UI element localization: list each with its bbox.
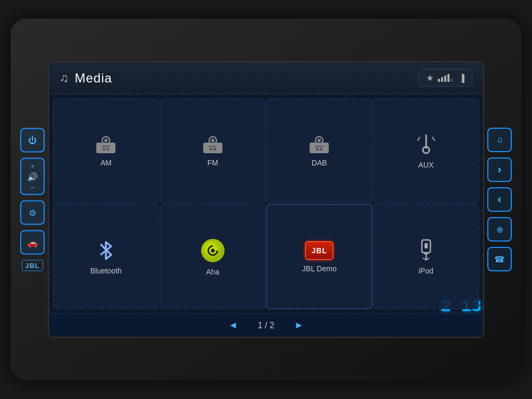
header-title-area: ♫ Media [60, 71, 112, 86]
screen-header: ♫ Media ★ ▐ [49, 62, 483, 94]
svg-rect-5 [106, 148, 109, 151]
dab-label: DAB [312, 159, 327, 167]
svg-point-2 [104, 139, 107, 142]
prev-page-button[interactable]: ◄ [224, 318, 242, 333]
jbl-demo-icon: JBL [305, 241, 334, 260]
am-label: AM [101, 159, 112, 167]
signal-bar-3 [444, 76, 446, 82]
next-page-button[interactable]: ► [290, 318, 308, 333]
fm-button[interactable]: FM [160, 98, 266, 203]
svg-point-14 [318, 139, 321, 142]
total-pages: 2 [270, 321, 275, 330]
car-infotainment-unit: ⏻ + 🔊 − ⚙ 🚗 JBL ♫ Media ★ [11, 19, 521, 380]
svg-rect-24 [424, 253, 428, 254]
aha-circle [201, 239, 225, 262]
signal-bar-2 [441, 77, 443, 82]
right-controls: ♫ › ‹ ⊕ ☎ [487, 128, 512, 271]
media-grid: AM FM [49, 94, 483, 313]
jbl-demo-label: JBL Demo [302, 264, 337, 273]
svg-rect-9 [209, 146, 217, 147]
music-right-button[interactable]: ♫ [487, 128, 512, 152]
nav-button[interactable]: ⊕ [487, 217, 512, 242]
power-button[interactable]: ⏻ [20, 128, 45, 153]
svg-point-8 [211, 139, 214, 142]
battery-icon: ▐ [459, 74, 464, 82]
fm-radio-icon [201, 135, 225, 154]
volume-control[interactable]: + 🔊 − [20, 158, 45, 195]
screen-title: Media [75, 71, 112, 86]
signal-strength [438, 74, 453, 82]
aux-icon [414, 133, 438, 156]
music-note-icon: ♫ [60, 71, 69, 85]
am-button[interactable]: AM [53, 98, 159, 203]
dab-button[interactable]: DAB [267, 98, 372, 203]
aha-icon-container [200, 238, 226, 263]
phone-button[interactable]: ☎ [487, 247, 512, 271]
dab-radio-icon [307, 135, 331, 154]
bluetooth-label: Bluetooth [90, 267, 122, 275]
speaker-icon: 🔊 [27, 171, 38, 181]
jbl-brand-label: JBL [22, 260, 43, 271]
ipod-usb-icon [415, 239, 437, 262]
svg-rect-16 [316, 148, 319, 151]
current-page: 1 [257, 321, 262, 330]
aha-button[interactable]: Aha [160, 204, 266, 309]
volume-down-icon: − [30, 183, 35, 191]
aux-label: AUX [418, 161, 434, 169]
volume-up-icon: + [30, 162, 35, 170]
jbl-demo-button[interactable]: JBL JBL Demo [267, 204, 372, 309]
svg-rect-10 [210, 148, 212, 151]
settings-button[interactable]: ⚙ [20, 201, 45, 225]
aux-button[interactable]: AUX [373, 98, 479, 203]
signal-bar-1 [438, 79, 440, 82]
fm-label: FM [207, 159, 218, 167]
signal-bar-4 [447, 74, 450, 82]
status-bar: ★ ▐ [418, 69, 472, 87]
pagination-bar: ◄ 1 / 2 ► [49, 313, 483, 337]
ipod-label: iPod [419, 267, 434, 275]
svg-rect-15 [315, 146, 323, 147]
next-track-button[interactable]: › [487, 157, 512, 182]
media-grid-area: AM FM [49, 94, 483, 337]
svg-line-21 [433, 137, 435, 140]
signal-bar-5 [451, 79, 453, 82]
aha-label: Aha [206, 268, 219, 276]
svg-rect-23 [425, 243, 428, 248]
bluetooth-status-icon: ★ [426, 73, 434, 83]
car-button[interactable]: 🚗 [20, 230, 45, 255]
svg-rect-11 [213, 148, 216, 151]
left-controls: ⏻ + 🔊 − ⚙ 🚗 JBL [20, 128, 45, 271]
svg-rect-17 [320, 148, 322, 151]
ipod-button[interactable]: iPod [373, 204, 479, 309]
page-indicator: 1 / 2 [253, 321, 279, 330]
page-separator: / [265, 321, 267, 330]
prev-track-button[interactable]: ‹ [487, 187, 512, 212]
svg-rect-4 [103, 148, 105, 151]
am-radio-icon [94, 135, 118, 154]
bluetooth-button[interactable]: Bluetooth [53, 204, 159, 309]
bluetooth-media-icon [95, 239, 117, 262]
svg-rect-3 [102, 146, 110, 147]
jbl-demo-text: JBL [312, 246, 327, 255]
svg-line-20 [418, 137, 420, 140]
aha-dot [211, 248, 214, 252]
media-screen: ♫ Media ★ ▐ [48, 61, 484, 338]
